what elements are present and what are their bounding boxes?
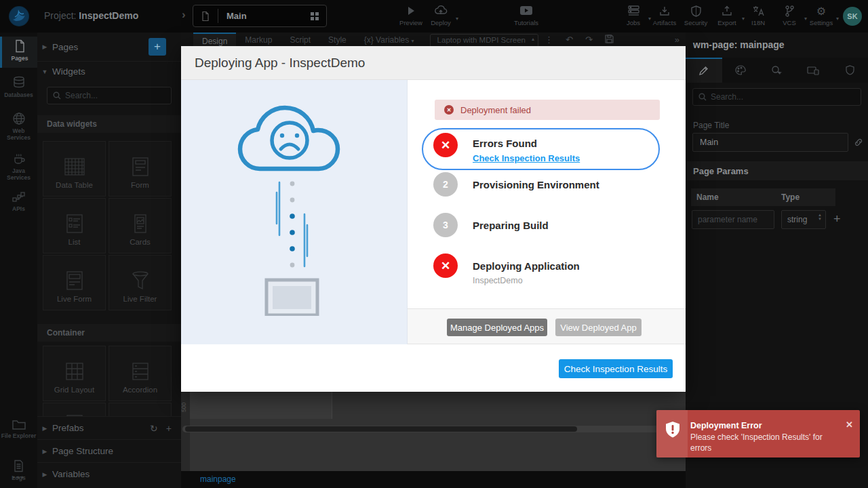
property-search [692, 88, 861, 106]
bind-link-icon[interactable] [854, 138, 863, 147]
step1-error-icon: ✕ [433, 133, 458, 157]
logs-doc-icon [13, 460, 24, 472]
branch-icon [785, 5, 795, 17]
live-form-icon [65, 270, 84, 291]
widget-partial-tile[interactable] [108, 403, 172, 416]
param-name-input[interactable] [692, 210, 774, 229]
tab-style[interactable]: Style [319, 33, 355, 47]
variables-label: Variables [52, 469, 90, 479]
canvas-bottom-bar: mainpage [181, 471, 686, 488]
page-title-label: Page Title [693, 121, 729, 130]
widget-live-form[interactable]: Live Form [43, 255, 106, 310]
tab-security[interactable] [831, 58, 868, 83]
jobs-server-icon [628, 5, 639, 16]
properties-tabs [686, 58, 868, 83]
widget-form[interactable]: Form [108, 141, 172, 197]
widget-grid-layout[interactable]: Grid Layout [43, 346, 106, 401]
expand-arrow-icon: ▼ [37, 68, 52, 75]
divider [218, 9, 218, 23]
pages-doc-icon [14, 39, 26, 53]
page-title-input[interactable] [692, 133, 848, 152]
property-search-input[interactable] [711, 92, 846, 102]
widget-list[interactable]: List [43, 198, 106, 253]
variables-section-header[interactable]: ▶ Variables [37, 462, 181, 485]
refresh-icon[interactable]: ↻ [150, 423, 158, 434]
tab-inspect[interactable] [759, 58, 795, 83]
ruler-mark: 500 [180, 403, 187, 412]
left-rail: Pages Databases Web Services Java Servic… [0, 33, 37, 488]
page-tab-main[interactable]: Main [193, 5, 327, 27]
widget-partial-tile[interactable] [43, 403, 106, 416]
modal-header: Deploying App - InspectDemo [181, 46, 686, 80]
project-name-value: InspectDemo [79, 10, 138, 21]
top-bar: Project: InspectDemo › Main Preview Depl… [0, 0, 868, 33]
tab-variables[interactable]: {x} Variables ▾ [355, 33, 423, 47]
page-structure-label: Page Structure [52, 446, 113, 456]
accordion-icon [131, 361, 150, 382]
wavemaker-logo-icon[interactable] [9, 6, 29, 26]
settings-button[interactable]: ⚙ Settings ▾ [802, 4, 840, 30]
coffee-cup-icon [12, 152, 26, 165]
editor-tab-strip: Design Markup Script Style {x} Variables… [181, 33, 686, 47]
chevron-right-icon[interactable]: › [182, 8, 186, 22]
widget-data-table[interactable]: Data Table [43, 141, 106, 197]
modal-bottom-bar: Check Inspection Results [181, 344, 686, 392]
deployment-failed-alert: ✕ Deployment failed [435, 100, 660, 120]
check-inspection-results-button[interactable]: Check Inspection Results [559, 359, 673, 378]
manage-deployed-apps-button[interactable]: Manage Deployed Apps [447, 319, 547, 336]
add-param-button[interactable]: + [833, 212, 841, 226]
play-icon [406, 5, 416, 16]
deploy-button[interactable]: Deploy ▾ [422, 4, 460, 30]
breadcrumb-mainpage[interactable]: mainpage [200, 474, 236, 484]
widgets-section-header[interactable]: ▼ Widgets [37, 61, 181, 81]
widget-accordion[interactable]: Accordion [108, 346, 172, 401]
modal-title: Deploying App - InspectDemo [195, 56, 365, 70]
device-select[interactable]: Laptop with MDPI Screen▴ [430, 34, 538, 47]
search-icon [53, 92, 61, 100]
step4-error-icon: ✕ [433, 253, 458, 278]
widget-cards[interactable]: Cards [108, 198, 172, 253]
rail-item-apis[interactable]: APIs [0, 188, 37, 220]
pages-section-label: Pages [52, 42, 78, 52]
rail-item-web-services[interactable]: Web Services [0, 109, 37, 144]
step4-title: Deploying Application [473, 260, 580, 272]
rail-item-java-services[interactable]: Java Services [0, 149, 37, 184]
toast-close-icon[interactable]: ✕ [846, 420, 853, 430]
add-prefab-icon[interactable]: + [166, 423, 172, 434]
more-options-icon[interactable]: ••• [0, 473, 37, 483]
tab-script[interactable]: Script [281, 33, 319, 47]
deployment-error-toast: Deployment Error Please check 'Inspectio… [656, 410, 860, 458]
widget-search-input[interactable] [65, 91, 160, 100]
left-panel: ▶ Pages + ▼ Widgets Data widgets Data Ta… [37, 33, 181, 488]
step1-inspection-link[interactable]: Check Inspection Results [473, 153, 580, 163]
list-icon [65, 214, 84, 234]
tab-styles[interactable] [722, 58, 759, 83]
devices-icon [807, 66, 819, 75]
page-doc-icon [200, 11, 211, 22]
scrollbar-thumb[interactable] [185, 426, 577, 432]
param-type-select[interactable]: string ▲▼ [781, 210, 826, 229]
cards-icon [132, 214, 149, 234]
layout-grid-icon[interactable] [310, 12, 319, 21]
add-page-button[interactable]: + [149, 38, 166, 56]
rail-item-file-explorer[interactable]: File Explorer [0, 416, 37, 451]
view-deployed-app-button[interactable]: View Deployed App [555, 319, 642, 336]
translate-icon [752, 5, 764, 16]
grid-layout-icon [64, 361, 85, 382]
rail-item-logs[interactable]: Logs [0, 457, 37, 488]
page-structure-section-header[interactable]: ▶ Page Structure [37, 439, 181, 462]
tab-markup[interactable]: Markup [236, 33, 281, 47]
widget-live-filter[interactable]: Live Filter [108, 255, 172, 310]
prefabs-section-header[interactable]: ▶ Prefabs ↻+ [37, 416, 181, 439]
user-avatar[interactable]: SK [843, 7, 862, 26]
tab-devices[interactable] [795, 58, 831, 83]
download-icon [659, 5, 670, 16]
rail-item-databases[interactable]: Databases [0, 73, 37, 104]
tab-properties[interactable] [686, 58, 722, 83]
form-icon [131, 157, 150, 177]
deploy-modal: Deploying App - InspectDemo [181, 46, 686, 392]
rail-item-pages[interactable]: Pages [0, 37, 37, 68]
tutorials-button[interactable]: Tutorials [507, 4, 545, 30]
step1-title: Errors Found [473, 138, 537, 149]
tab-design[interactable]: Design [193, 33, 236, 47]
